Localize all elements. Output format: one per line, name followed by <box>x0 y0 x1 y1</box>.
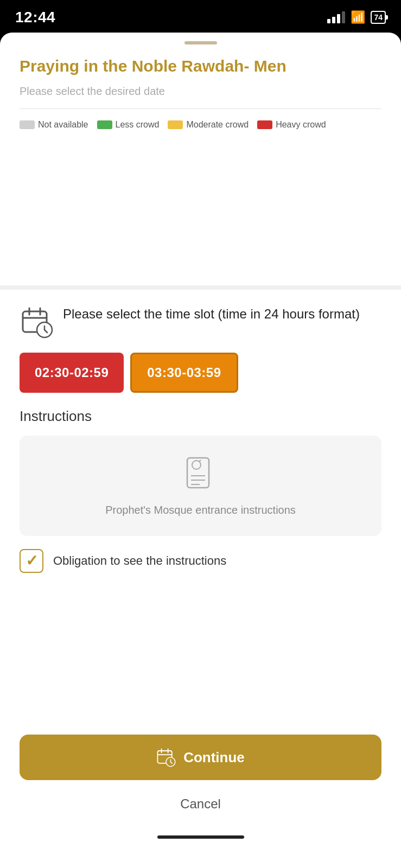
calendar-clock-icon <box>20 305 54 340</box>
page-subtitle: Please select the desired date <box>20 85 381 98</box>
instructions-card-text: Prophet's Mosque entrance instructions <box>105 504 296 516</box>
time-slot-header: Please select the time slot (time in 24 … <box>20 305 381 340</box>
cancel-button[interactable]: Cancel <box>0 791 401 817</box>
obligation-checkbox-row: ✓ Obligation to see the instructions <box>20 549 381 573</box>
legend-dot-not-available <box>20 120 35 129</box>
legend: Not available Less crowd Moderate crowd … <box>20 120 381 130</box>
legend-label-moderate-crowd: Moderate crowd <box>186 120 249 130</box>
legend-label-less-crowd: Less crowd <box>116 120 160 130</box>
divider-1 <box>20 108 381 109</box>
obligation-label: Obligation to see the instructions <box>53 554 226 568</box>
wifi-icon: 📶 <box>351 10 365 24</box>
status-bar: 12:44 📶 74 <box>0 0 401 33</box>
status-icons: 📶 74 <box>327 10 386 24</box>
time-slot-title: Please select the time slot (time in 24 … <box>63 305 360 323</box>
legend-less-crowd: Less crowd <box>97 120 160 130</box>
legend-dot-moderate-crowd <box>168 120 183 129</box>
home-bar <box>157 835 244 839</box>
time-slots: 02:30-02:59 03:30-03:59 <box>20 353 381 393</box>
time-slot-0230[interactable]: 02:30-02:59 <box>20 353 124 393</box>
lower-content: Please select the time slot (time in 24 … <box>0 305 401 735</box>
document-icon <box>184 455 217 495</box>
legend-moderate-crowd: Moderate crowd <box>168 120 249 130</box>
section-divider <box>0 285 401 290</box>
svg-rect-7 <box>187 458 209 488</box>
signal-icon <box>327 11 345 23</box>
battery-icon: 74 <box>371 11 386 24</box>
continue-button[interactable]: Continue <box>20 735 381 780</box>
legend-heavy-crowd: Heavy crowd <box>257 120 326 130</box>
page-title: Praying in the Noble Rawdah- Men <box>20 55 381 76</box>
bottom-sheet: Praying in the Noble Rawdah- Men Please … <box>0 33 401 868</box>
legend-label-heavy-crowd: Heavy crowd <box>276 120 326 130</box>
legend-dot-less-crowd <box>97 120 112 129</box>
svg-line-9 <box>199 460 201 462</box>
obligation-checkbox[interactable]: ✓ <box>20 549 43 573</box>
legend-not-available: Not available <box>20 120 88 130</box>
instructions-label: Instructions <box>20 408 381 425</box>
legend-label-not-available: Not available <box>38 120 88 130</box>
continue-calendar-icon <box>156 748 176 767</box>
checkmark-icon: ✓ <box>26 552 38 570</box>
legend-dot-heavy-crowd <box>257 120 272 129</box>
drag-handle[interactable] <box>184 41 217 44</box>
time-slot-0330[interactable]: 03:30-03:59 <box>130 353 238 393</box>
home-indicator <box>0 828 401 846</box>
content-area: Praying in the Noble Rawdah- Men Please … <box>0 55 401 285</box>
instructions-card[interactable]: Prophet's Mosque entrance instructions <box>20 436 381 536</box>
status-time: 12:44 <box>15 9 55 26</box>
continue-button-label: Continue <box>183 749 245 766</box>
